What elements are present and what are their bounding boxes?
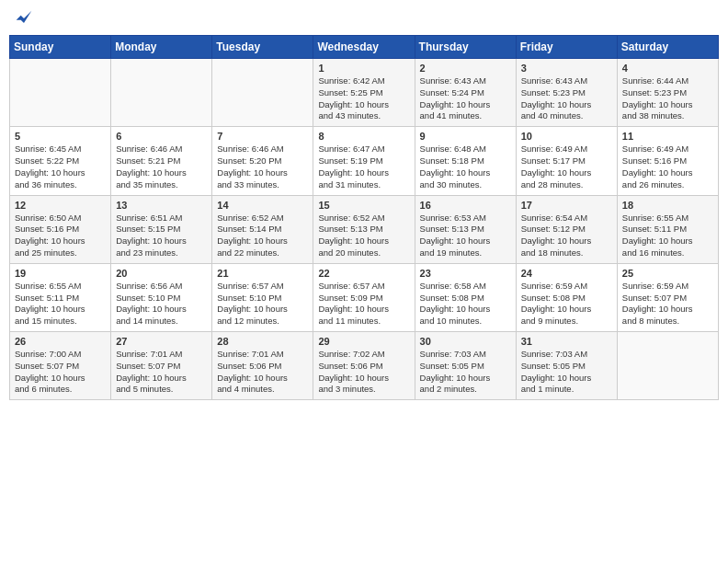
- day-info: Sunrise: 6:46 AM Sunset: 5:20 PM Dayligh…: [217, 144, 308, 190]
- calendar-header-row: SundayMondayTuesdayWednesdayThursdayFrid…: [10, 36, 719, 59]
- calendar-week-row: 1Sunrise: 6:42 AM Sunset: 5:25 PM Daylig…: [10, 59, 719, 127]
- day-number: 13: [116, 200, 207, 211]
- calendar-cell: 25Sunrise: 6:59 AM Sunset: 5:07 PM Dayli…: [617, 263, 718, 331]
- weekday-header: Friday: [516, 36, 617, 59]
- weekday-header: Monday: [111, 36, 212, 59]
- calendar-cell: 9Sunrise: 6:48 AM Sunset: 5:18 PM Daylig…: [415, 127, 516, 195]
- calendar-cell: 30Sunrise: 7:03 AM Sunset: 5:05 PM Dayli…: [415, 332, 516, 400]
- day-info: Sunrise: 6:49 AM Sunset: 5:17 PM Dayligh…: [521, 144, 612, 190]
- day-info: Sunrise: 6:59 AM Sunset: 5:07 PM Dayligh…: [622, 281, 713, 327]
- day-info: Sunrise: 6:43 AM Sunset: 5:24 PM Dayligh…: [420, 75, 511, 122]
- day-info: Sunrise: 6:59 AM Sunset: 5:08 PM Dayligh…: [521, 281, 612, 327]
- day-info: Sunrise: 7:03 AM Sunset: 5:05 PM Dayligh…: [521, 349, 612, 396]
- calendar-cell: 12Sunrise: 6:50 AM Sunset: 5:16 PM Dayli…: [10, 195, 111, 263]
- calendar-table: SundayMondayTuesdayWednesdayThursdayFrid…: [9, 35, 719, 400]
- calendar-week-row: 12Sunrise: 6:50 AM Sunset: 5:16 PM Dayli…: [10, 195, 719, 263]
- calendar-cell: 17Sunrise: 6:54 AM Sunset: 5:12 PM Dayli…: [516, 195, 617, 263]
- calendar-cell: 28Sunrise: 7:01 AM Sunset: 5:06 PM Dayli…: [212, 332, 313, 400]
- day-number: 26: [15, 336, 106, 347]
- calendar-cell: 5Sunrise: 6:45 AM Sunset: 5:22 PM Daylig…: [10, 127, 111, 195]
- day-info: Sunrise: 6:44 AM Sunset: 5:23 PM Dayligh…: [622, 75, 713, 122]
- day-number: 22: [318, 268, 409, 279]
- calendar-cell: 11Sunrise: 6:49 AM Sunset: 5:16 PM Dayli…: [617, 127, 718, 195]
- day-number: 24: [521, 268, 612, 279]
- day-number: 31: [521, 336, 612, 347]
- weekday-header: Tuesday: [212, 36, 313, 59]
- day-number: 5: [15, 131, 106, 142]
- day-number: 28: [217, 336, 308, 347]
- calendar-cell: 3Sunrise: 6:43 AM Sunset: 5:23 PM Daylig…: [516, 59, 617, 127]
- day-info: Sunrise: 7:01 AM Sunset: 5:06 PM Dayligh…: [217, 349, 308, 396]
- day-number: 29: [318, 336, 409, 347]
- calendar-cell: 26Sunrise: 7:00 AM Sunset: 5:07 PM Dayli…: [10, 332, 111, 400]
- day-number: 19: [15, 268, 106, 279]
- day-info: Sunrise: 6:57 AM Sunset: 5:09 PM Dayligh…: [318, 281, 409, 327]
- day-info: Sunrise: 6:49 AM Sunset: 5:16 PM Dayligh…: [622, 144, 713, 190]
- calendar-cell: [10, 59, 111, 127]
- logo: [13, 9, 33, 28]
- calendar-cell: 21Sunrise: 6:57 AM Sunset: 5:10 PM Dayli…: [212, 263, 313, 331]
- day-number: 15: [318, 200, 409, 211]
- calendar-week-row: 19Sunrise: 6:55 AM Sunset: 5:11 PM Dayli…: [10, 263, 719, 331]
- day-number: 27: [116, 336, 207, 347]
- day-info: Sunrise: 6:54 AM Sunset: 5:12 PM Dayligh…: [521, 213, 612, 259]
- day-info: Sunrise: 6:50 AM Sunset: 5:16 PM Dayligh…: [15, 213, 106, 259]
- calendar-cell: 18Sunrise: 6:55 AM Sunset: 5:11 PM Dayli…: [617, 195, 718, 263]
- day-info: Sunrise: 6:51 AM Sunset: 5:15 PM Dayligh…: [116, 213, 207, 259]
- day-number: 25: [622, 268, 713, 279]
- day-info: Sunrise: 6:58 AM Sunset: 5:08 PM Dayligh…: [420, 281, 511, 327]
- day-info: Sunrise: 6:48 AM Sunset: 5:18 PM Dayligh…: [420, 144, 511, 190]
- day-number: 30: [420, 336, 511, 347]
- day-number: 6: [116, 131, 207, 142]
- day-info: Sunrise: 6:55 AM Sunset: 5:11 PM Dayligh…: [15, 281, 106, 327]
- day-info: Sunrise: 7:00 AM Sunset: 5:07 PM Dayligh…: [15, 349, 106, 396]
- day-number: 20: [116, 268, 207, 279]
- day-number: 18: [622, 200, 713, 211]
- calendar-cell: 16Sunrise: 6:53 AM Sunset: 5:13 PM Dayli…: [415, 195, 516, 263]
- weekday-header: Thursday: [415, 36, 516, 59]
- weekday-header: Wednesday: [313, 36, 415, 59]
- calendar-cell: [617, 332, 718, 400]
- calendar-cell: [111, 59, 212, 127]
- day-info: Sunrise: 6:46 AM Sunset: 5:21 PM Dayligh…: [116, 144, 207, 190]
- day-info: Sunrise: 6:53 AM Sunset: 5:13 PM Dayligh…: [420, 213, 511, 259]
- day-info: Sunrise: 7:02 AM Sunset: 5:06 PM Dayligh…: [318, 349, 409, 396]
- day-number: 4: [622, 63, 713, 74]
- day-info: Sunrise: 6:57 AM Sunset: 5:10 PM Dayligh…: [217, 281, 308, 327]
- weekday-header: Saturday: [617, 36, 718, 59]
- day-info: Sunrise: 6:42 AM Sunset: 5:25 PM Dayligh…: [318, 75, 409, 122]
- day-info: Sunrise: 6:55 AM Sunset: 5:11 PM Dayligh…: [622, 213, 713, 259]
- day-number: 3: [521, 63, 612, 74]
- calendar-cell: 13Sunrise: 6:51 AM Sunset: 5:15 PM Dayli…: [111, 195, 212, 263]
- day-number: 9: [420, 131, 511, 142]
- day-info: Sunrise: 6:43 AM Sunset: 5:23 PM Dayligh…: [521, 75, 612, 122]
- calendar-cell: 2Sunrise: 6:43 AM Sunset: 5:24 PM Daylig…: [415, 59, 516, 127]
- day-number: 11: [622, 131, 713, 142]
- day-number: 10: [521, 131, 612, 142]
- day-number: 14: [217, 200, 308, 211]
- calendar-cell: 27Sunrise: 7:01 AM Sunset: 5:07 PM Dayli…: [111, 332, 212, 400]
- calendar-cell: 20Sunrise: 6:56 AM Sunset: 5:10 PM Dayli…: [111, 263, 212, 331]
- day-info: Sunrise: 6:45 AM Sunset: 5:22 PM Dayligh…: [15, 144, 106, 190]
- calendar-cell: 23Sunrise: 6:58 AM Sunset: 5:08 PM Dayli…: [415, 263, 516, 331]
- day-number: 7: [217, 131, 308, 142]
- day-info: Sunrise: 6:47 AM Sunset: 5:19 PM Dayligh…: [318, 144, 409, 190]
- calendar-cell: 6Sunrise: 6:46 AM Sunset: 5:21 PM Daylig…: [111, 127, 212, 195]
- day-number: 23: [420, 268, 511, 279]
- logo-bird-icon: [15, 9, 33, 28]
- calendar-cell: 19Sunrise: 6:55 AM Sunset: 5:11 PM Dayli…: [10, 263, 111, 331]
- day-number: 2: [420, 63, 511, 74]
- weekday-header: Sunday: [10, 36, 111, 59]
- day-info: Sunrise: 6:56 AM Sunset: 5:10 PM Dayligh…: [116, 281, 207, 327]
- calendar-cell: 7Sunrise: 6:46 AM Sunset: 5:20 PM Daylig…: [212, 127, 313, 195]
- calendar-cell: 14Sunrise: 6:52 AM Sunset: 5:14 PM Dayli…: [212, 195, 313, 263]
- day-info: Sunrise: 7:03 AM Sunset: 5:05 PM Dayligh…: [420, 349, 511, 396]
- calendar-cell: 31Sunrise: 7:03 AM Sunset: 5:05 PM Dayli…: [516, 332, 617, 400]
- day-number: 12: [15, 200, 106, 211]
- calendar-cell: 15Sunrise: 6:52 AM Sunset: 5:13 PM Dayli…: [313, 195, 415, 263]
- day-number: 1: [318, 63, 409, 74]
- day-info: Sunrise: 6:52 AM Sunset: 5:13 PM Dayligh…: [318, 213, 409, 259]
- page-header: [9, 9, 719, 28]
- day-info: Sunrise: 7:01 AM Sunset: 5:07 PM Dayligh…: [116, 349, 207, 396]
- day-number: 21: [217, 268, 308, 279]
